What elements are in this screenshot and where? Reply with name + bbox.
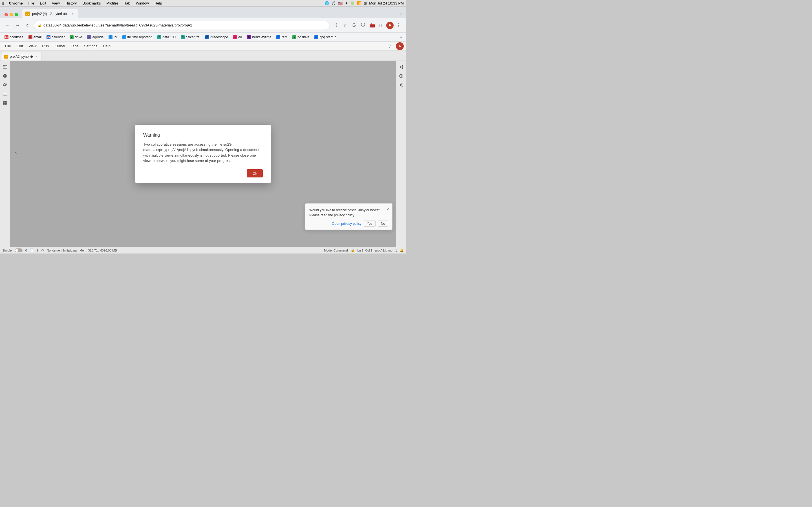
forward-button[interactable]: → [13,21,21,29]
jl-edit-menu[interactable]: Edit [14,43,26,49]
jl-running-icon[interactable] [1,72,9,80]
bookmarks-menu[interactable]: Bookmarks [80,1,103,6]
status-icon1: 📄 [30,248,34,252]
status-icon2: ⚙ [41,248,44,252]
reload-button[interactable]: ↻ [24,21,32,29]
simple-mode-toggle[interactable] [15,248,22,252]
minimize-traffic-light[interactable] [10,13,13,16]
jl-notebook-tabs: JL projA2.ipynb × + [0,51,406,61]
new-tab-button[interactable]: + [79,9,87,17]
jl-settings-menu[interactable]: Settings [81,43,100,49]
jl-profile-avatar[interactable]: A [396,42,404,50]
jl-notebook-tab[interactable]: JL projA2.ipynb × [1,52,42,61]
battery-icon: 🔋 [350,1,355,5]
dialog-ok-button[interactable]: Ok [247,169,263,177]
view-menu[interactable]: View [50,1,62,6]
svg-point-4 [4,83,5,85]
bookmark-email[interactable]: ✉ email [26,34,44,40]
fullscreen-traffic-light[interactable] [15,13,18,16]
bookmark-berkeleytime[interactable]: B berkeleytime [245,34,273,40]
bookmark-lbl-time[interactable]: L lbl time reporting [120,34,155,40]
svg-rect-9 [3,101,5,103]
jl-tab-filename: projA2.ipynb [10,55,29,59]
jl-debugger-icon[interactable] [397,72,405,80]
statusbar-right: Mode: Command 🔒 Ln 1, Col 1 projA2.ipynb… [324,248,404,252]
bookmark-rent[interactable]: R rent [274,34,290,40]
jl-tab-icon: JL [4,55,8,59]
data100-icon: D [157,35,161,39]
download-button[interactable]: ⇩ [332,21,340,29]
dialog-footer: Ok [143,169,263,177]
gradescope-icon: G [205,35,209,39]
status-filename: projA2.ipynb [375,249,393,252]
bookmark-calendar[interactable]: 📅 calendar [44,34,67,40]
address-input[interactable]: 🔒 data100-jl4.datahub.berkeley.edu/user/… [34,21,330,30]
close-traffic-light[interactable] [4,13,8,16]
jl-tab-close-button[interactable]: × [35,55,38,59]
jl-kernel-menu[interactable]: Kernel [52,43,68,49]
chrome-menu[interactable]: Chrome [6,1,25,6]
bookmark-agenda[interactable]: A agenda [85,34,106,40]
edit-menu[interactable]: Edit [38,1,49,6]
notification-close-button[interactable]: × [387,207,389,211]
jl-extensions-icon[interactable] [1,99,9,107]
history-menu[interactable]: History [63,1,79,6]
bcourses-icon: bc [4,35,8,39]
svg-rect-11 [3,103,5,105]
jl-collaborators-icon[interactable] [1,81,9,89]
translate-icon[interactable]: G [350,21,358,29]
profiles-menu[interactable]: Profiles [104,1,121,6]
cursor-icon: 🔒 [351,248,355,252]
bookmark-npq[interactable]: N npq startup [312,34,339,40]
tab-menu[interactable]: Tab [122,1,133,6]
notification-yes-button[interactable]: Yes [364,221,375,227]
jl-view-menu[interactable]: View [26,43,39,49]
address-bar-actions: ⇩ ☆ G 🛡 🧰 ◫ A ⋮ [332,21,403,29]
bookmark-lbl[interactable]: L lbl [106,34,119,40]
jl-tabs-menu[interactable]: Tabs [68,43,81,49]
macos-right-icons: 🌐 🎵 🇺🇸 ✦ 🔋 📶 ⊞ Mon Jul 24 10:33 PM [324,1,404,5]
bookmark-calcentral[interactable]: C calcentral [179,34,202,40]
jl-share-button[interactable]: ⇧ [386,42,394,50]
bookmark-ed[interactable]: e ed [231,34,244,40]
statusbar-left: Simple 0 📄 2 ⚙ No Kernel | Initializing … [2,248,117,252]
jl-property-inspector-icon[interactable] [397,63,405,71]
back-button[interactable]: ← [3,21,11,29]
svg-point-3 [4,75,6,77]
open-privacy-policy-link[interactable]: Open privacy policy [332,222,361,226]
tab-search-button[interactable]: ⌄ [398,9,404,17]
notification-no-button[interactable]: No [378,221,388,227]
apple-icon[interactable]:  [2,1,4,6]
extensions-icon[interactable]: 🧰 [368,21,376,29]
more-options-button[interactable]: ⋮ [395,21,403,29]
window-menu[interactable]: Window [134,1,151,6]
jl-file-browser-icon[interactable] [1,63,9,71]
tab-close-button[interactable]: × [70,11,75,16]
bookmark-drive[interactable]: ▲ drive [67,34,84,40]
bookmark-bcourses[interactable]: bc bcourses [2,34,26,40]
sidebar-toggle[interactable]: ◫ [377,21,385,29]
wifi-status-icon: 📶 [357,1,361,5]
chrome-window: JL projA2 (4) - JupyterLab × + ⌄ ← → ↻ 🔒… [0,7,406,253]
jupyter-notification: × Would you like to receive official Jup… [305,203,393,230]
jl-toc-icon[interactable] [1,90,9,98]
jl-run-menu[interactable]: Run [39,43,52,49]
jl-new-tab-button[interactable]: + [42,53,49,61]
edit-mode: Mode: Command [324,249,348,252]
bookmark-data100[interactable]: D data 100 [155,34,178,40]
svg-point-5 [6,83,7,85]
warning-dialog: Warning Two collaborative sessions are a… [135,125,271,183]
profile-avatar[interactable]: A [386,22,394,29]
bookmark-gradescope[interactable]: G gradescope [203,34,231,40]
jl-settings-icon[interactable] [397,81,405,89]
shield-icon[interactable]: 🛡 [359,21,367,29]
jl-content-area: IP Warning Two collaborative sessions ar… [10,61,396,247]
bookmark-button[interactable]: ☆ [341,21,349,29]
jl-file-menu[interactable]: File [2,43,14,49]
bookmark-pcdrive[interactable]: ▲ pc drive [290,34,312,40]
browser-tab[interactable]: JL projA2 (4) - JupyterLab × [22,9,79,18]
file-menu[interactable]: File [26,1,37,6]
jl-help-menu[interactable]: Help [100,43,113,49]
bookmarks-more-button[interactable]: » [398,34,404,40]
help-menu[interactable]: Help [152,1,164,6]
